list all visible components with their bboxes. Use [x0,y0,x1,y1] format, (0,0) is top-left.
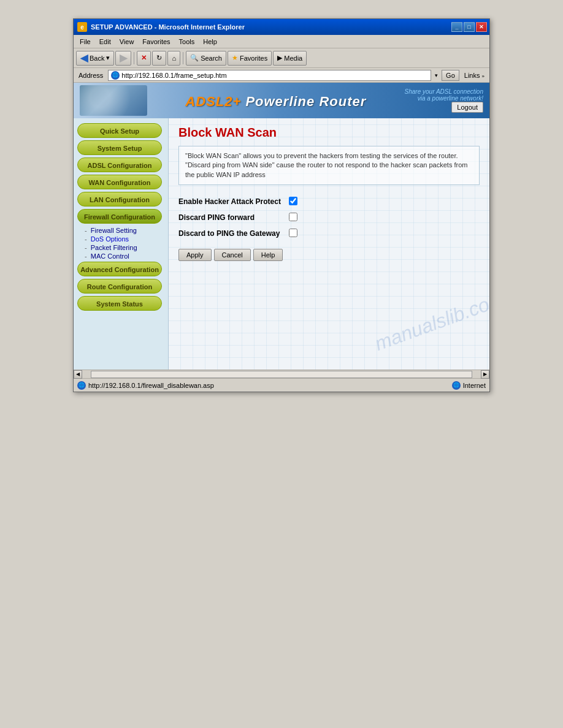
header-right: Share your ADSL connection via a powerli… [405,88,483,113]
title-bar-left: e SETUP ADVANCED - Microsoft Internet Ex… [77,22,245,32]
internet-icon: 🌐 [452,381,461,390]
form-table: Enable Hacker Attack Protect Discard PIN… [178,194,299,241]
refresh-button[interactable]: ↻ [152,51,166,66]
minimize-button[interactable]: _ [451,22,462,32]
toolbar: ◀ Back ▾ ▶ ✕ ↻ ⌂ 🔍 Search ★ Favorites ▶ … [74,48,489,68]
logout-button[interactable]: Logout [451,102,483,113]
menu-file[interactable]: File [76,37,94,47]
toolbar-separator-1 [134,52,134,64]
router-logo [80,85,147,116]
address-label: Address [76,72,105,79]
bullet-icon-3: - [85,244,87,251]
browser-window: e SETUP ADVANCED - Microsoft Internet Ex… [73,18,490,392]
menu-edit[interactable]: Edit [96,37,115,47]
main-content: manualslib.com Block WAN Scan "Block WAN… [169,118,489,370]
sidebar-sub-packet-filtering[interactable]: - Packet Filtering [85,243,164,252]
watermark: manualslib.com [372,287,489,355]
sidebar: Quick Setup System Setup ADSL Configurat… [74,118,169,370]
label-ping-forward: Discard PING forward [178,210,287,226]
checkbox-ping-gateway[interactable] [289,229,297,237]
status-bar: 🌐 http://192.168.0.1/firewall_disablewan… [74,378,489,392]
status-url: http://192.168.0.1/firewall_disablewan.a… [88,382,214,389]
window-controls: _ □ ✕ [451,22,487,32]
router-logo-image [80,85,147,116]
menu-view[interactable]: View [116,37,138,47]
status-right: 🌐 Internet [452,381,486,390]
header-tagline-1: Share your ADSL connection [405,88,483,95]
router-title: ADSL2+ Powerline Router [147,91,405,110]
sidebar-item-adsl-config[interactable]: ADSL Configuration [77,157,162,172]
sidebar-sub-firewall-setting[interactable]: - Firewall Setting [85,226,164,235]
sidebar-item-system-setup[interactable]: System Setup [77,140,162,155]
back-button[interactable]: ◀ Back ▾ [76,51,114,66]
bullet-icon-2: - [85,235,87,243]
back-dropdown-icon: ▾ [106,54,110,62]
go-button[interactable]: Go [442,70,459,81]
search-icon: 🔍 [190,54,199,62]
horizontal-scrollbar: ◀ ▶ [74,370,489,378]
favorites-button[interactable]: ★ Favorites [228,51,272,66]
back-arrow-icon: ◀ [80,52,88,64]
header-tagline-2: via a powerline network! [405,95,483,102]
scroll-track[interactable] [91,371,472,378]
search-button[interactable]: 🔍 Search [186,51,226,66]
description-box: "Block WAN Scan" allows you to prevent t… [178,146,480,185]
ie-icon: e [77,22,87,32]
sidebar-sub-dos-options[interactable]: - DoS Options [85,235,164,243]
links-dropdown-icon: » [482,74,484,79]
status-zone: Internet [463,382,486,389]
menu-bar: File Edit View Favorites Tools Help [74,35,489,48]
button-row: Apply Cancel Help [178,249,480,261]
bullet-icon-4: - [85,252,87,260]
links-button[interactable]: Links » [462,72,487,79]
toolbar-separator-2 [183,52,183,64]
status-globe-icon: 🌐 [77,381,86,390]
maximize-button[interactable]: □ [464,22,475,32]
sidebar-item-route-config[interactable]: Route Configuration [77,279,162,294]
scroll-right-button[interactable]: ▶ [481,370,489,379]
sidebar-item-system-status[interactable]: System Status [77,296,162,311]
bullet-icon-1: - [85,227,87,234]
control-ping-gateway [287,226,299,241]
status-left: 🌐 http://192.168.0.1/firewall_disablewan… [77,381,214,390]
sidebar-item-quick-setup[interactable]: Quick Setup [77,123,162,138]
sidebar-sub-mac-control[interactable]: - MAC Control [85,252,164,260]
media-button[interactable]: ▶ Media [273,51,307,66]
sidebar-item-lan-config[interactable]: LAN Configuration [77,192,162,207]
media-icon: ▶ [277,54,282,62]
address-bar: Address 🌐 ▾ Go Links » [74,68,489,83]
form-row-ping-gateway: Discard to PING the Gateway [178,226,299,241]
menu-favorites[interactable]: Favorites [139,37,174,47]
sidebar-item-firewall-config[interactable]: Firewall Configuration [77,209,162,224]
menu-tools[interactable]: Tools [175,37,199,47]
sidebar-item-advanced-config[interactable]: Advanced Configuration [77,262,162,276]
address-input[interactable] [121,72,428,79]
checkbox-hacker-protect[interactable] [289,197,297,205]
help-button[interactable]: Help [253,249,283,261]
label-ping-gateway: Discard to PING the Gateway [178,226,287,241]
label-hacker-protect: Enable Hacker Attack Protect [178,194,287,210]
sidebar-sub-menu: - Firewall Setting - DoS Options - Packe… [77,226,164,260]
page-icon: 🌐 [111,71,120,80]
close-button[interactable]: ✕ [476,22,487,32]
home-button[interactable]: ⌂ [167,51,180,66]
page-title: Block WAN Scan [178,126,480,140]
apply-button[interactable]: Apply [178,249,212,261]
window-title: SETUP ADVANCED - Microsoft Internet Expl… [91,23,245,31]
stop-button[interactable]: ✕ [137,51,151,66]
form-row-hacker: Enable Hacker Attack Protect [178,194,299,210]
cancel-button[interactable]: Cancel [214,249,251,261]
control-ping-forward [287,210,299,226]
menu-help[interactable]: Help [199,37,221,47]
router-page: ADSL2+ Powerline Router Share your ADSL … [74,83,489,370]
address-dropdown-icon[interactable]: ▾ [434,72,439,78]
checkbox-ping-forward[interactable] [289,213,297,221]
favorites-icon: ★ [232,54,238,62]
router-header: ADSL2+ Powerline Router Share your ADSL … [74,83,489,118]
address-input-wrap: 🌐 [108,70,431,81]
title-bar: e SETUP ADVANCED - Microsoft Internet Ex… [74,19,489,35]
forward-button[interactable]: ▶ [115,51,131,66]
sidebar-item-wan-config[interactable]: WAN Configuration [77,175,162,189]
forward-arrow-icon: ▶ [120,52,127,64]
scroll-left-button[interactable]: ◀ [74,370,82,379]
